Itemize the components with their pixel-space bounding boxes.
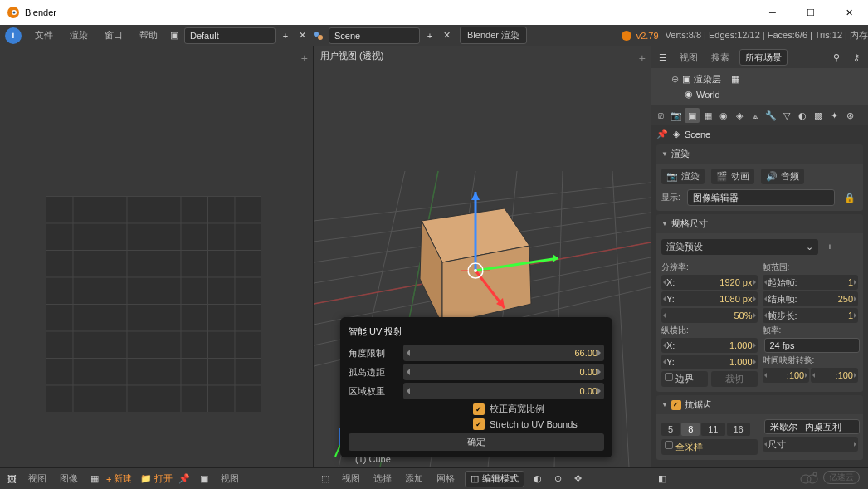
outliner-item-renderlayers[interactable]: ⊕ ▣ 渲染层 ▦ <box>651 71 868 87</box>
audio-button[interactable]: 🔊音频 <box>761 169 804 184</box>
strip-icon[interactable]: ◧ <box>654 471 671 487</box>
uv-image-menu[interactable]: 图像 <box>55 471 83 487</box>
manipulator-icon[interactable]: ✥ <box>569 471 586 487</box>
outliner-key-icon[interactable]: ⚷ <box>848 49 865 66</box>
scene-icon[interactable] <box>310 27 327 44</box>
expand-icon[interactable]: ⊕ <box>671 74 679 85</box>
screen-layout-dropdown[interactable]: Default <box>184 27 276 44</box>
viewport-header-bar: ⬚ 视图 选择 添加 网格 ◫ 编辑模式 ◐ ⊙ ✥ <box>314 467 651 489</box>
minimize-button[interactable]: ─ <box>753 0 792 25</box>
res-x-field[interactable]: X:1920 px <box>661 275 758 290</box>
aa-samples-selector[interactable]: 5 8 11 16 <box>661 423 758 436</box>
tab-render-icon[interactable]: 📷 <box>669 108 684 123</box>
tab-physics-icon[interactable]: ⊛ <box>842 108 857 123</box>
pin-icon[interactable]: 📌 <box>656 129 668 139</box>
tab-blender-icon[interactable]: ⎚ <box>653 108 668 123</box>
aa-size-field[interactable]: 尺寸 <box>763 437 859 452</box>
animation-button[interactable]: 🎬动画 <box>711 169 754 184</box>
close-button[interactable]: ✕ <box>830 0 868 25</box>
tab-constraints-icon[interactable]: ⟁ <box>748 108 763 123</box>
uv-mode-menu[interactable]: 视图 <box>216 471 244 487</box>
menu-help[interactable]: 帮助 <box>131 26 166 45</box>
render-preset-dropdown[interactable]: 渲染预设⌄ <box>661 239 818 255</box>
remove-scene-button[interactable]: ✕ <box>438 27 455 44</box>
outliner-search-menu[interactable]: 搜索 <box>706 50 734 66</box>
tab-particles-icon[interactable]: ✦ <box>827 108 841 123</box>
image-browse-icon[interactable]: ▦ <box>86 471 103 487</box>
menu-file[interactable]: 文件 <box>27 26 61 45</box>
crop-checkbox[interactable]: 裁切 <box>711 371 758 387</box>
tab-material-icon[interactable]: ◐ <box>795 108 810 123</box>
full-sample-checkbox[interactable]: 全采样 <box>661 439 758 455</box>
framerate-dropdown[interactable]: 24 fps <box>764 338 861 353</box>
remove-layout-button[interactable]: ✕ <box>294 27 310 44</box>
maximize-button[interactable]: ☐ <box>792 0 830 25</box>
uv-editor-header: 🖼 视图 图像 ▦ + 新建 📁 打开 📌 ▣ 视图 <box>0 467 314 489</box>
aa-filter-dropdown[interactable]: 米歇尔 - 内桌互利 <box>764 419 861 434</box>
menu-render[interactable]: 渲染 <box>61 26 96 45</box>
image-editor-icon[interactable]: 🖼 <box>3 471 20 487</box>
new-image-button[interactable]: + 新建 <box>106 472 132 485</box>
add-scene-button[interactable]: + <box>422 27 438 44</box>
image-icon: ▦ <box>731 74 739 85</box>
res-y-field[interactable]: Y:1080 px <box>661 291 758 306</box>
open-image-button[interactable]: 📁 打开 <box>140 472 173 485</box>
frame-start-field[interactable]: 起始帧:1 <box>763 275 859 290</box>
tab-modifiers-icon[interactable]: 🔧 <box>763 108 778 123</box>
correct-aspect-checkbox[interactable]: ✓校正高宽比例 <box>473 403 604 415</box>
tab-render-layers-icon[interactable]: ▦ <box>700 108 715 123</box>
pivot-icon[interactable]: ⊙ <box>549 471 566 487</box>
mode-icon[interactable]: ▣ <box>196 471 212 487</box>
panel-dimensions-header[interactable]: 规格尺寸 <box>656 214 863 233</box>
border-checkbox[interactable]: 边界 <box>661 371 708 387</box>
frame-end-field[interactable]: 结束帧:250 <box>763 291 859 306</box>
outliner-item-world[interactable]: ◉ World <box>651 87 868 101</box>
scene-dropdown[interactable]: Scene <box>329 27 420 44</box>
area-weight-field[interactable]: 0.00 <box>403 383 604 399</box>
render-button[interactable]: 📷渲染 <box>661 169 705 184</box>
outliner-filter-icon[interactable]: ⚲ <box>828 49 845 66</box>
display-dropdown[interactable]: 图像编辑器 <box>687 189 835 206</box>
stretch-bounds-checkbox[interactable]: ✓Stretch to UV Bounds <box>473 418 604 430</box>
island-margin-label: 孤岛边距 <box>349 366 398 379</box>
tab-world-icon[interactable]: ◉ <box>716 108 731 123</box>
lock-icon[interactable]: 🔒 <box>841 189 858 206</box>
uv-view-menu[interactable]: 视图 <box>23 471 51 487</box>
remap-old-field[interactable]: :100 <box>763 368 810 383</box>
info-icon[interactable]: i <box>5 27 22 44</box>
3d-viewport[interactable]: 用户视图 (透视) + <box>314 46 651 489</box>
tab-texture-icon[interactable]: ▩ <box>811 108 826 123</box>
mode-dropdown[interactable]: ◫ 编辑模式 <box>465 471 524 487</box>
frame-step-field[interactable]: 帧步长:1 <box>763 308 859 323</box>
vp-add-menu[interactable]: 添加 <box>400 471 428 487</box>
panel-antialias-header[interactable]: ✓ 抗锯齿 <box>656 395 863 414</box>
aspect-y-field[interactable]: Y:1.000 <box>661 355 758 369</box>
popup-confirm-button[interactable]: 确定 <box>349 433 604 451</box>
vp-select-menu[interactable]: 选择 <box>368 471 397 487</box>
preset-add-button[interactable]: + <box>822 238 838 255</box>
pin-icon[interactable]: 📌 <box>176 471 193 487</box>
outliner-editor-icon[interactable]: ☰ <box>655 49 671 66</box>
preset-remove-button[interactable]: − <box>841 238 858 255</box>
render-engine-dropdown[interactable]: Blender 渲染 <box>460 27 527 44</box>
outliner-view-menu[interactable]: 视图 <box>675 50 703 66</box>
layout-icon[interactable]: ▣ <box>166 27 183 44</box>
vp-mesh-menu[interactable]: 网格 <box>432 471 460 487</box>
aspect-x-field[interactable]: X:1.000 <box>661 338 758 353</box>
tab-object-icon[interactable]: ◈ <box>732 108 747 123</box>
region-toggle-icon[interactable]: + <box>301 51 308 65</box>
3d-editor-icon[interactable]: ⬚ <box>317 471 334 487</box>
island-margin-field[interactable]: 0.00 <box>403 364 604 380</box>
remap-new-field[interactable]: :100 <box>811 368 858 383</box>
tab-scene-icon[interactable]: ▣ <box>685 108 700 123</box>
uv-grid[interactable] <box>46 196 261 412</box>
add-layout-button[interactable]: + <box>277 27 294 44</box>
vp-view-menu[interactable]: 视图 <box>337 471 365 487</box>
res-scale-field[interactable]: 50% <box>661 308 758 323</box>
shading-icon[interactable]: ◐ <box>529 471 546 487</box>
tab-data-icon[interactable]: ▽ <box>779 108 794 123</box>
outliner-filter-dropdown[interactable]: 所有场景 <box>739 49 788 66</box>
panel-render-header[interactable]: 渲染 <box>656 144 863 164</box>
angle-limit-field[interactable]: 66.00 <box>403 345 604 361</box>
menu-window[interactable]: 窗口 <box>96 26 131 45</box>
